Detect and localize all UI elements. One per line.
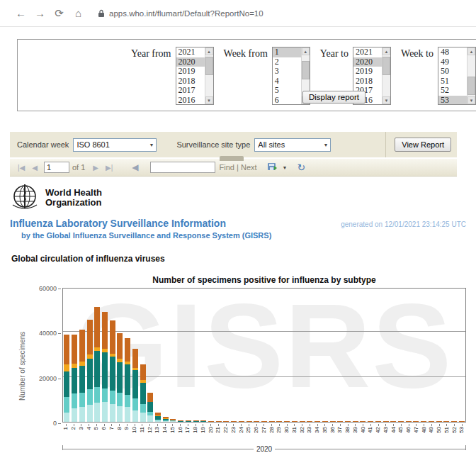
x-tick: 9 bbox=[123, 424, 131, 442]
scroll-up-icon[interactable]: ▲ bbox=[205, 47, 213, 55]
x-tick-label: 8 bbox=[117, 427, 123, 430]
listbox-scrollbar[interactable]: ▲▼ bbox=[382, 47, 390, 104]
scrollbar-thumb[interactable] bbox=[205, 57, 213, 75]
listbox-option[interactable]: 52 bbox=[438, 86, 467, 96]
last-page-icon[interactable]: ▶| bbox=[106, 164, 113, 172]
listbox-option[interactable]: 3 bbox=[273, 67, 301, 77]
listbox-option[interactable]: 2018 bbox=[353, 77, 382, 86]
x-tick-label: 46 bbox=[406, 427, 412, 433]
scroll-down-icon[interactable]: ▼ bbox=[382, 96, 390, 104]
listbox-option[interactable]: 6 bbox=[273, 96, 301, 105]
listbox-option[interactable]: 50 bbox=[438, 67, 467, 77]
x-tick: 31 bbox=[291, 424, 299, 442]
reload-icon[interactable]: ⟳ bbox=[50, 7, 69, 20]
year-from-listbox[interactable]: 202120202019201820172016▲▼ bbox=[176, 47, 214, 105]
orange-segment bbox=[254, 421, 259, 422]
home-icon[interactable]: ⌂ bbox=[69, 7, 88, 19]
dark-teal-segment bbox=[178, 421, 183, 422]
x-tick-label: 4 bbox=[86, 427, 92, 430]
x-tick: 38 bbox=[344, 424, 352, 442]
scrollbar-thumb[interactable] bbox=[302, 61, 310, 79]
orange-segment bbox=[64, 335, 69, 365]
x-tick: 5 bbox=[93, 424, 101, 442]
view-report-button[interactable]: View Report bbox=[395, 138, 451, 152]
listbox-option[interactable]: 2020 bbox=[353, 57, 382, 67]
listbox-option[interactable]: 53 bbox=[438, 96, 467, 105]
next-page-icon[interactable]: ▶ bbox=[93, 164, 98, 172]
x-tick: 43 bbox=[382, 424, 390, 442]
listbox-option[interactable]: 2021 bbox=[353, 47, 382, 57]
year-to-label: Year to bbox=[320, 48, 348, 60]
display-report-button[interactable]: Display report bbox=[302, 91, 366, 104]
orange-segment bbox=[345, 421, 351, 422]
first-page-icon[interactable]: |◀ bbox=[18, 164, 25, 172]
forward-arrow-icon[interactable]: → bbox=[30, 7, 50, 19]
bar-week-47 bbox=[412, 421, 420, 422]
listbox-option[interactable]: 2020 bbox=[176, 57, 205, 67]
x-tick: 53 bbox=[458, 424, 466, 442]
find-next-link[interactable]: Find | Next bbox=[220, 163, 257, 172]
export-caret-icon[interactable]: ▼ bbox=[283, 165, 288, 170]
x-tick: 50 bbox=[436, 424, 443, 442]
export-icon[interactable] bbox=[267, 162, 278, 172]
x-tick: 19 bbox=[200, 424, 208, 442]
bar-week-25 bbox=[245, 421, 253, 422]
x-tick: 2 bbox=[70, 424, 78, 442]
listbox-option[interactable]: 2017 bbox=[176, 86, 205, 96]
calendar-week-select[interactable]: ISO 8601 ▼ bbox=[73, 138, 157, 152]
week-to-listbox[interactable]: 484950515253▲▼ bbox=[438, 47, 476, 105]
listbox-option[interactable]: 2019 bbox=[353, 67, 382, 77]
parent-report-icon[interactable]: ◀ bbox=[132, 162, 138, 172]
x-tick-label: 25 bbox=[246, 427, 251, 433]
x-tick-label: 13 bbox=[154, 427, 160, 433]
back-arrow-icon[interactable]: ← bbox=[11, 7, 30, 19]
x-tick-label: 3 bbox=[79, 427, 84, 430]
who-header: World Health Organization bbox=[10, 182, 476, 213]
light-teal-segment bbox=[79, 393, 85, 408]
orange-segment bbox=[125, 338, 130, 362]
orange-segment bbox=[223, 421, 229, 422]
orange-segment bbox=[314, 421, 320, 422]
listbox-scrollbar[interactable]: ▲▼ bbox=[205, 47, 213, 104]
scroll-down-icon[interactable]: ▼ bbox=[468, 96, 475, 104]
plot-area: GISRS bbox=[62, 288, 466, 423]
page-number-input[interactable] bbox=[44, 162, 69, 173]
x-tick: 3 bbox=[78, 424, 86, 442]
listbox-option[interactable]: 2018 bbox=[176, 77, 205, 86]
orange-segment bbox=[147, 393, 153, 402]
listbox-option[interactable]: 48 bbox=[438, 47, 467, 57]
previous-page-icon[interactable]: ◀ bbox=[32, 164, 38, 172]
x-tick-label: 19 bbox=[200, 427, 206, 433]
listbox-option[interactable]: 2016 bbox=[176, 96, 205, 105]
listbox-option[interactable]: 1 bbox=[273, 47, 301, 57]
orange-segment bbox=[390, 421, 396, 422]
address-bar[interactable]: apps.who.int/flumart/Default?ReportNo=10 bbox=[109, 9, 264, 18]
listbox-option[interactable]: 49 bbox=[438, 57, 467, 67]
scroll-down-icon[interactable]: ▼ bbox=[205, 96, 213, 104]
orange-segment bbox=[110, 320, 115, 354]
listbox-scrollbar[interactable]: ▲▼ bbox=[467, 47, 475, 104]
listbox-option[interactable]: 2019 bbox=[176, 67, 205, 77]
site-type-select[interactable]: All sites ▼ bbox=[254, 138, 331, 152]
scroll-up-icon[interactable]: ▲ bbox=[382, 47, 390, 55]
find-text-input[interactable] bbox=[150, 162, 215, 173]
scrollbar-thumb[interactable] bbox=[468, 77, 475, 95]
bar-week-51 bbox=[443, 421, 450, 422]
listbox-option[interactable]: 5 bbox=[273, 86, 301, 96]
scrollbar-thumb[interactable] bbox=[382, 57, 390, 75]
listbox-option[interactable]: 4 bbox=[273, 77, 301, 86]
listbox-option[interactable]: 2021 bbox=[176, 47, 205, 57]
x-tick: 33 bbox=[306, 424, 314, 442]
orange-segment bbox=[79, 330, 85, 361]
orange-segment bbox=[322, 421, 328, 422]
light-teal-segment bbox=[117, 393, 123, 406]
light-teal-segment bbox=[94, 387, 100, 403]
scroll-up-icon[interactable]: ▲ bbox=[302, 47, 310, 55]
x-tick-label: 5 bbox=[94, 427, 99, 430]
listbox-option[interactable]: 2 bbox=[273, 57, 301, 67]
orange-segment bbox=[261, 421, 267, 422]
listbox-option[interactable]: 51 bbox=[438, 77, 467, 86]
refresh-icon[interactable]: ↻ bbox=[298, 162, 306, 173]
scroll-up-icon[interactable]: ▲ bbox=[468, 47, 475, 55]
splitter-handle[interactable] bbox=[220, 156, 244, 161]
